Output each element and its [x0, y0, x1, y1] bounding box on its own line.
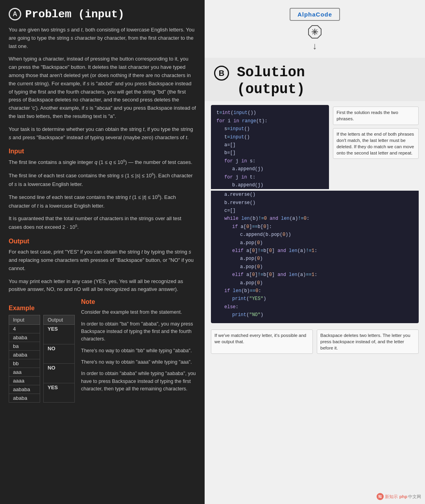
- input-row: ababa: [9, 351, 40, 359]
- cl-25: else:: [216, 304, 238, 310]
- input-col-header: Input: [9, 315, 40, 325]
- octagon-icon: [308, 25, 322, 39]
- code-line-5: a=[]: [216, 142, 236, 148]
- annotations-bottom: If we've matched every letter, it's poss…: [205, 328, 425, 360]
- note-para-4: There's no way to obtain "aaaa" while ty…: [81, 359, 196, 366]
- alphacode-box: AlphaCode: [290, 8, 340, 21]
- input-row: aaa: [9, 368, 40, 377]
- example-title: Example: [9, 305, 75, 312]
- example-output-table: Output YES NO NO YES: [43, 315, 75, 403]
- cl-14: while len(b)!=0 and len(a)!=0:: [216, 216, 309, 221]
- watermark-icon: 知: [377, 493, 384, 500]
- code-line-1: t=int(input()): [216, 110, 256, 116]
- annotation-text-4: Backspace deletes two letters. The lette…: [320, 333, 410, 350]
- code-line-7: for j in s:: [216, 158, 255, 164]
- input-row: bb: [9, 359, 40, 368]
- annotation-match-logic: If the letters at the end of both phrase…: [333, 128, 419, 159]
- annotation-text-1: First the solution reads the two phrases…: [336, 110, 398, 121]
- code-line-10: b.append(j): [216, 182, 263, 188]
- note-para-1: Consider the example test from the state…: [81, 309, 196, 316]
- code-line-6: b=[]: [216, 150, 236, 156]
- problem-label: A: [9, 8, 21, 20]
- code-line-4: t=input(): [216, 134, 250, 140]
- solution-title-area: B Solution(output): [205, 58, 425, 101]
- output-para-2: You may print each letter in any case (Y…: [9, 278, 196, 294]
- problem-body: You are given two strings s and t, both …: [9, 26, 196, 403]
- annotation-text-2: If the letters at the end of both phrase…: [336, 132, 414, 155]
- alphacode-label: AlphaCode: [298, 11, 332, 18]
- problem-para-3: Your task is to determine whether you ca…: [9, 125, 196, 142]
- input-row: aaaa: [9, 377, 40, 385]
- problem-para-1: You are given two strings s and t, both …: [9, 26, 196, 50]
- alphacode-header: AlphaCode ↓: [205, 0, 425, 58]
- annotation-backspace-deletes: Backspace deletes two letters. The lette…: [317, 329, 419, 354]
- note-para-5: In order to obtain "ababa" while typing …: [81, 370, 196, 393]
- cl-26: print("NO"): [216, 312, 263, 318]
- note-section: Note Consider the example test from the …: [81, 298, 196, 397]
- input-para-3: The second line of each test case contai…: [9, 193, 196, 210]
- cl-12: b.reverse(): [216, 200, 255, 206]
- output-row: NO: [44, 364, 75, 383]
- watermark-php: php: [399, 494, 407, 499]
- output-row: NO: [44, 344, 75, 364]
- cl-11: a.reverse(): [216, 192, 255, 197]
- annotation-matched-every: If we've matched every letter, it's poss…: [211, 329, 313, 354]
- code-main: a.reverse() b.reverse() c=[] while len(b…: [211, 191, 419, 323]
- cl-13: c=[]: [216, 208, 236, 213]
- cl-16: c.append(b.pop(0)): [216, 232, 291, 237]
- code-line-8: a.append(j): [216, 166, 263, 172]
- output-row: YES: [44, 325, 75, 344]
- output-section-title: Output: [9, 238, 196, 245]
- input-row: aababa: [9, 385, 40, 394]
- output-col-header: Output: [44, 315, 75, 325]
- cl-20: a.pop(0): [216, 264, 263, 270]
- down-arrow-icon: ↓: [312, 40, 317, 52]
- input-row: 4: [9, 325, 40, 333]
- example-section: Example Input 4 ababa ba ababa bb aaa: [9, 298, 75, 403]
- note-para-3: There's no way to obtain "bb" while typi…: [81, 347, 196, 355]
- right-panel: AlphaCode ↓ B Solution(output): [205, 0, 425, 504]
- input-section-title: Input: [9, 148, 196, 155]
- cl-18: elif a[0]!=b[0] and len(a)!=1:: [216, 248, 317, 254]
- problem-title-area: A Problem (input): [9, 8, 196, 20]
- cl-15: if a[0]==b[0]:: [216, 224, 272, 230]
- cl-17: a.pop(0): [216, 240, 263, 246]
- cl-21: elif a[0]!=b[0] and len(a)==1:: [216, 272, 317, 278]
- input-row: ba: [9, 342, 40, 351]
- note-title: Note: [81, 298, 196, 305]
- output-para-1: For each test case, print "YES" if you c…: [9, 248, 196, 272]
- code-line-9: for j in t:: [216, 175, 255, 180]
- solution-heading: Solution(output): [237, 64, 305, 98]
- code-line-3: s=input(): [216, 126, 250, 132]
- watermark: 知 新知示 php 中文网: [377, 493, 421, 500]
- input-para-2: The first line of each test case contain…: [9, 171, 196, 188]
- input-row: ababa: [9, 394, 40, 403]
- output-row: YES: [44, 383, 75, 403]
- solution-label: B: [214, 66, 229, 81]
- code-container: t=int(input()) for i in range(t): s=inpu…: [211, 105, 419, 326]
- alphacode-logo: AlphaCode ↓: [290, 8, 340, 54]
- cl-23: if len(b)==0:: [216, 288, 261, 294]
- problem-para-2: When typing a character, instead of pres…: [9, 55, 196, 120]
- annotations-top-right: First the solution reads the two phrases…: [329, 105, 419, 189]
- note-para-2: In order to obtain "ba" from "ababa", yo…: [81, 320, 196, 343]
- input-row: ababa: [9, 333, 40, 342]
- right-content: t=int(input()) for i in range(t): s=inpu…: [205, 101, 425, 360]
- example-input-table: Input 4 ababa ba ababa bb aaa aaaa aabab…: [9, 315, 40, 403]
- input-para-1: The first line contains a single integer…: [9, 158, 196, 167]
- cl-19: a.pop(0): [216, 256, 263, 261]
- solution-title: B Solution(output): [214, 64, 416, 98]
- cl-22: a.pop(0): [216, 280, 263, 286]
- code-line-2: for i in range(t):: [216, 118, 268, 124]
- watermark-text-1: 新知示: [385, 494, 398, 500]
- annotation-text-3: If we've matched every letter, it's poss…: [214, 333, 306, 344]
- annotation-reads-phrases: First the solution reads the two phrases…: [333, 107, 419, 125]
- code-top: t=int(input()) for i in range(t): s=inpu…: [211, 105, 329, 189]
- cl-24: print("YES"): [216, 296, 266, 302]
- input-para-4: It is guaranteed that the total number o…: [9, 215, 196, 232]
- problem-title: Problem (input): [25, 8, 124, 20]
- left-panel: A Problem (input) You are given two stri…: [0, 0, 205, 504]
- watermark-cn: 中文网: [408, 494, 421, 500]
